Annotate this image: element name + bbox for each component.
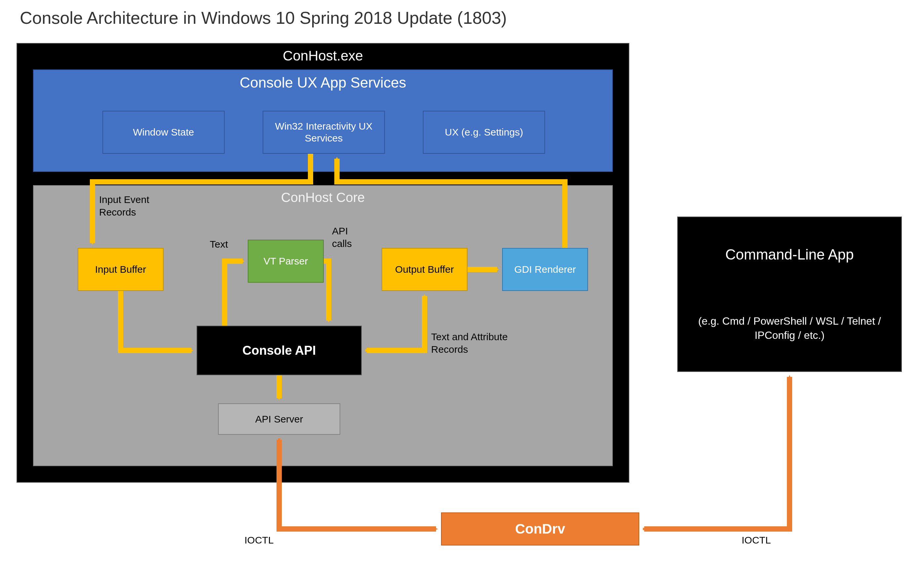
label-ioctl-right: IOCTL	[742, 534, 771, 547]
label-ioctl-left: IOCTL	[244, 534, 273, 547]
commandline-app-box	[677, 216, 902, 372]
ux-services-title: Console UX App Services	[33, 74, 613, 91]
win32-interactivity-box: Win32 Interactivity UX Services	[262, 111, 385, 154]
commandline-app-title: Command-Line App	[677, 246, 902, 263]
console-api-box: Console API	[196, 326, 362, 375]
label-text: Text	[210, 238, 228, 251]
input-buffer-box: Input Buffer	[78, 248, 164, 291]
condrv-box: ConDrv	[441, 512, 639, 545]
window-state-box: Window State	[102, 111, 225, 154]
gdi-renderer-box: GDI Renderer	[502, 248, 588, 291]
output-buffer-box: Output Buffer	[381, 248, 468, 291]
ux-settings-box: UX (e.g. Settings)	[423, 111, 545, 154]
api-server-box: API Server	[218, 403, 340, 435]
label-input-event-records: Input Event Records	[99, 194, 178, 218]
vt-parser-box: VT Parser	[248, 240, 324, 282]
diagram-title: Console Architecture in Windows 10 Sprin…	[20, 7, 507, 29]
label-text-attr-records: Text and Attribute Records	[431, 331, 537, 355]
conhost-exe-title: ConHost.exe	[16, 48, 629, 64]
label-api-calls: API calls	[332, 225, 362, 249]
commandline-app-subtitle: (e.g. Cmd / PowerShell / WSL / Telnet / …	[686, 314, 894, 343]
